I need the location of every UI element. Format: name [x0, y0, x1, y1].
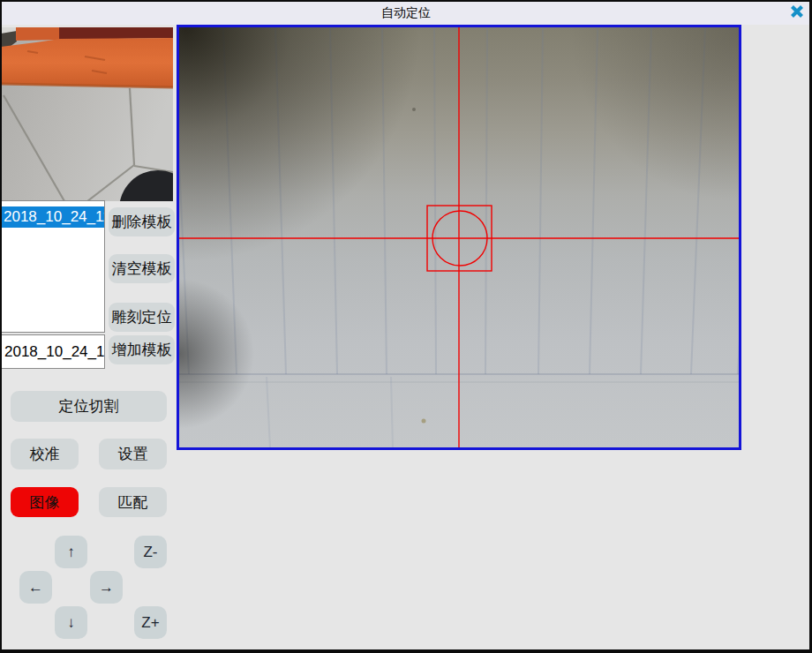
calibrate-button[interactable]: 校准: [11, 439, 79, 469]
thumb-dark-red-bar: [59, 27, 173, 40]
arrow-left-icon: ←: [28, 579, 43, 597]
close-icon: [790, 4, 804, 22]
thumb-orange-beam: [1, 38, 173, 87]
jog-left-button[interactable]: ←: [19, 571, 52, 604]
image-button[interactable]: 图像: [11, 487, 79, 517]
template-list[interactable]: 2018_10_24_11: [1, 200, 105, 333]
position-cut-button[interactable]: 定位切割: [11, 391, 167, 422]
engrave-position-button[interactable]: 雕刻定位: [109, 303, 175, 332]
jog-right-button[interactable]: →: [90, 571, 123, 604]
delete-template-button[interactable]: 删除模板: [109, 207, 175, 236]
titlebar: 自动定位: [0, 0, 812, 25]
jog-down-button[interactable]: ↓: [55, 606, 87, 639]
template-thumbnail: [1, 27, 173, 201]
match-button[interactable]: 匹配: [99, 487, 167, 517]
arrow-down-icon: ↓: [67, 614, 75, 632]
template-name-field[interactable]: 2018_10_24_11: [1, 334, 105, 369]
add-template-button[interactable]: 增加模板: [109, 335, 175, 364]
jog-z-plus-button[interactable]: Z+: [134, 606, 167, 639]
arrow-right-icon: →: [99, 579, 114, 597]
camera-view[interactable]: [177, 25, 741, 450]
window-title: 自动定位: [0, 0, 812, 25]
settings-button[interactable]: 设置: [99, 439, 167, 469]
clear-templates-button[interactable]: 清空模板: [109, 254, 175, 283]
jog-up-button[interactable]: ↑: [55, 536, 87, 568]
jog-z-minus-button[interactable]: Z-: [134, 536, 167, 568]
arrow-up-icon: ↑: [67, 544, 75, 561]
template-list-item[interactable]: 2018_10_24_11: [2, 206, 104, 228]
close-button[interactable]: [788, 4, 806, 22]
